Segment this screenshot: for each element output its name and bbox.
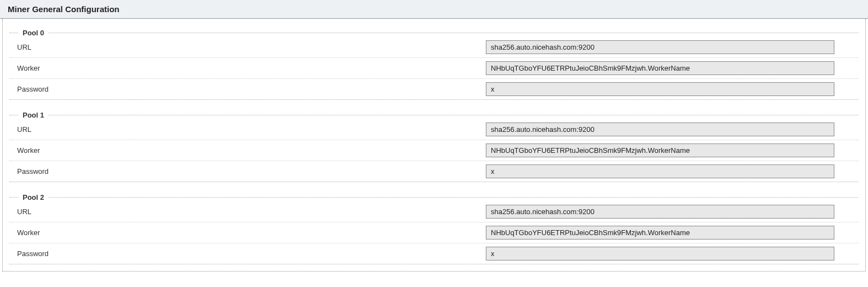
input-wrap [486,82,853,96]
pool-1-url-input[interactable] [486,123,834,136]
pool-0-legend: Pool 0 [18,29,49,37]
input-wrap [486,123,853,136]
config-container: Pool 0 URL Worker Password Pool 1 URL [2,19,866,272]
pool-2-legend: Pool 2 [18,193,49,201]
input-wrap [486,61,853,75]
input-wrap [486,247,853,261]
pool-1-password-row: Password [9,161,859,182]
pool-0-worker-input[interactable] [486,61,834,75]
page-title: Miner General Configuration [8,4,120,14]
url-label: URL [17,208,486,216]
pool-0-password-row: Password [9,79,859,99]
pool-0-url-input[interactable] [486,40,834,54]
input-wrap [486,40,853,54]
password-label: Password [17,85,486,93]
worker-label: Worker [17,228,486,237]
worker-label: Worker [17,146,486,155]
pool-0-worker-row: Worker [9,58,859,79]
pool-2-worker-row: Worker [9,222,859,243]
pool-1-worker-row: Worker [9,140,859,161]
pool-2-password-row: Password [9,243,859,264]
pool-1-fieldset: Pool 1 URL Worker Password [9,111,859,182]
pool-2-password-input[interactable] [486,247,834,261]
pool-2-fieldset: Pool 2 URL Worker Password [9,193,859,264]
pool-0-fieldset: Pool 0 URL Worker Password [9,29,859,100]
pool-1-legend: Pool 1 [18,111,49,119]
page-header: Miner General Configuration [0,0,868,19]
password-label: Password [17,249,486,258]
pool-2-url-row: URL [9,201,859,222]
pool-1-password-input[interactable] [486,164,834,178]
input-wrap [486,226,853,240]
pool-2-worker-input[interactable] [486,226,834,240]
password-label: Password [17,167,486,176]
pool-0-url-row: URL [9,37,859,58]
pool-0-password-input[interactable] [486,82,834,96]
pool-1-url-row: URL [9,119,859,140]
url-label: URL [17,43,486,51]
input-wrap [486,144,853,157]
pool-1-worker-input[interactable] [486,144,834,157]
input-wrap [486,205,853,219]
input-wrap [486,164,853,178]
worker-label: Worker [17,64,486,72]
pool-2-url-input[interactable] [486,205,834,219]
url-label: URL [17,125,486,134]
